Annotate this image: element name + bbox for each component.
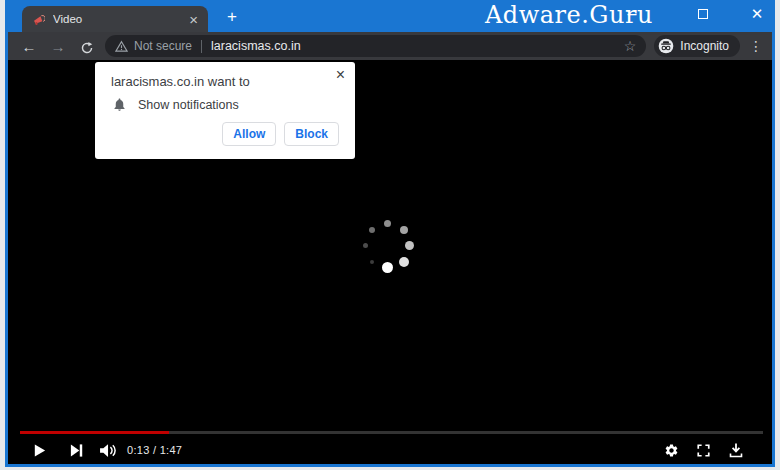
- window-titlebar: Video × + Adware.Guru – ✕: [5, 0, 775, 32]
- dialog-title: laracismas.co.in want to: [111, 74, 250, 89]
- maximize-button[interactable]: [688, 0, 718, 30]
- permission-text: Show notifications: [138, 98, 239, 112]
- fullscreen-button[interactable]: [696, 436, 711, 464]
- minimize-button[interactable]: –: [617, 0, 647, 30]
- browser-toolbar: ← → Not secure laracismas.co.in ☆: [8, 32, 772, 60]
- back-button[interactable]: ←: [18, 38, 40, 55]
- not-secure-warning-icon: [115, 40, 128, 53]
- reload-icon: [80, 41, 94, 55]
- tab-video[interactable]: Video ×: [22, 6, 208, 32]
- maximize-icon: [698, 9, 708, 19]
- close-button[interactable]: ✕: [742, 0, 772, 30]
- browser-window: Video × + Adware.Guru – ✕ ← → No: [5, 0, 775, 467]
- incognito-icon: [658, 38, 674, 54]
- bookmark-star-icon[interactable]: ☆: [622, 38, 639, 54]
- block-button[interactable]: Block: [284, 122, 339, 146]
- address-bar[interactable]: Not secure laracismas.co.in ☆: [105, 35, 646, 57]
- omnibox-divider: [201, 40, 202, 53]
- page-content: × laracismas.co.in want to Show notifica…: [8, 60, 772, 464]
- allow-button[interactable]: Allow: [222, 122, 276, 146]
- incognito-label: Incognito: [680, 39, 729, 53]
- progress-played: [20, 431, 169, 434]
- volume-button[interactable]: [99, 436, 118, 464]
- incognito-badge: Incognito: [654, 35, 740, 57]
- tab-close-icon[interactable]: ×: [187, 12, 200, 27]
- reload-button[interactable]: [76, 38, 98, 55]
- download-button[interactable]: [728, 436, 744, 464]
- security-status: Not secure: [134, 39, 192, 53]
- next-button[interactable]: [69, 436, 84, 464]
- time-display: 0:13 / 1:47: [127, 436, 182, 464]
- notification-permission-dialog: × laracismas.co.in want to Show notifica…: [95, 62, 355, 159]
- play-button[interactable]: [32, 436, 47, 464]
- tab-title: Video: [53, 13, 187, 25]
- new-tab-button[interactable]: +: [220, 5, 244, 29]
- menu-button[interactable]: ⋮: [748, 38, 764, 54]
- player-controls: 0:13 / 1:47: [8, 436, 772, 464]
- bell-icon: [112, 97, 127, 112]
- settings-button[interactable]: [664, 436, 679, 464]
- dialog-close-icon[interactable]: ×: [336, 67, 345, 83]
- video-progress-bar[interactable]: [20, 431, 763, 434]
- forward-button[interactable]: →: [47, 38, 69, 55]
- url-text: laracismas.co.in: [211, 39, 301, 53]
- site-favicon-icon: [32, 13, 45, 26]
